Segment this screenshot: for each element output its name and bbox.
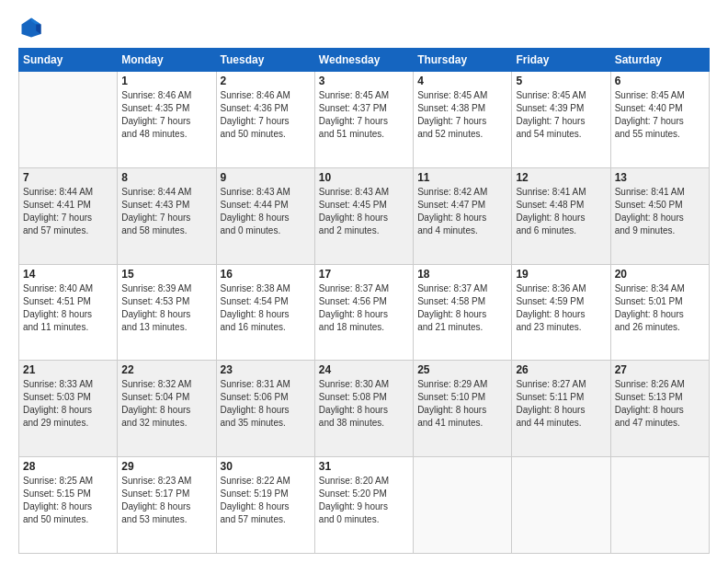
day-info: Sunrise: 8:37 AM Sunset: 4:58 PM Dayligh… xyxy=(417,282,507,334)
day-number: 7 xyxy=(23,171,113,184)
day-info: Sunrise: 8:46 AM Sunset: 4:36 PM Dayligh… xyxy=(221,89,311,141)
day-info: Sunrise: 8:26 AM Sunset: 5:13 PM Dayligh… xyxy=(615,378,705,430)
calendar-cell: 18Sunrise: 8:37 AM Sunset: 4:58 PM Dayli… xyxy=(414,264,512,361)
weekday-header-row: SundayMondayTuesdayWednesdayThursdayFrid… xyxy=(19,49,710,72)
calendar-cell: 2Sunrise: 8:46 AM Sunset: 4:36 PM Daylig… xyxy=(216,72,314,168)
calendar-cell xyxy=(414,457,512,554)
calendar-cell: 31Sunrise: 8:20 AM Sunset: 5:20 PM Dayli… xyxy=(314,457,413,554)
calendar-cell: 19Sunrise: 8:36 AM Sunset: 4:59 PM Dayli… xyxy=(512,264,610,361)
calendar-cell: 11Sunrise: 8:42 AM Sunset: 4:47 PM Dayli… xyxy=(414,167,512,264)
day-number: 13 xyxy=(615,171,705,184)
day-number: 18 xyxy=(417,268,507,281)
weekday-thursday: Thursday xyxy=(414,49,512,72)
calendar-week-row: 7Sunrise: 8:44 AM Sunset: 4:41 PM Daylig… xyxy=(19,167,710,264)
day-info: Sunrise: 8:23 AM Sunset: 5:17 PM Dayligh… xyxy=(121,475,211,526)
calendar-cell: 12Sunrise: 8:41 AM Sunset: 4:48 PM Dayli… xyxy=(512,167,610,264)
calendar-cell: 14Sunrise: 8:40 AM Sunset: 4:51 PM Dayli… xyxy=(19,264,118,361)
calendar-cell: 7Sunrise: 8:44 AM Sunset: 4:41 PM Daylig… xyxy=(19,167,118,264)
weekday-tuesday: Tuesday xyxy=(216,49,314,72)
calendar-cell: 28Sunrise: 8:25 AM Sunset: 5:15 PM Dayli… xyxy=(19,457,118,554)
day-number: 10 xyxy=(319,171,409,184)
day-number: 9 xyxy=(221,171,311,184)
day-info: Sunrise: 8:22 AM Sunset: 5:19 PM Dayligh… xyxy=(221,475,311,526)
day-info: Sunrise: 8:37 AM Sunset: 4:56 PM Dayligh… xyxy=(319,282,409,334)
page: SundayMondayTuesdayWednesdayThursdayFrid… xyxy=(0,0,728,563)
day-info: Sunrise: 8:27 AM Sunset: 5:11 PM Dayligh… xyxy=(516,378,606,430)
day-number: 12 xyxy=(516,171,606,184)
day-info: Sunrise: 8:41 AM Sunset: 4:50 PM Dayligh… xyxy=(615,186,705,237)
day-info: Sunrise: 8:30 AM Sunset: 5:08 PM Dayligh… xyxy=(319,378,409,430)
calendar-week-row: 1Sunrise: 8:46 AM Sunset: 4:35 PM Daylig… xyxy=(19,72,710,168)
day-info: Sunrise: 8:45 AM Sunset: 4:39 PM Dayligh… xyxy=(516,89,606,141)
day-info: Sunrise: 8:36 AM Sunset: 4:59 PM Dayligh… xyxy=(516,282,606,334)
day-info: Sunrise: 8:42 AM Sunset: 4:47 PM Dayligh… xyxy=(417,186,507,237)
calendar-cell: 1Sunrise: 8:46 AM Sunset: 4:35 PM Daylig… xyxy=(118,72,216,168)
weekday-sunday: Sunday xyxy=(19,49,118,72)
day-number: 16 xyxy=(221,268,311,281)
day-info: Sunrise: 8:40 AM Sunset: 4:51 PM Dayligh… xyxy=(23,282,113,334)
day-number: 28 xyxy=(23,460,113,473)
day-number: 31 xyxy=(319,460,409,473)
day-info: Sunrise: 8:45 AM Sunset: 4:38 PM Dayligh… xyxy=(417,89,507,141)
day-info: Sunrise: 8:38 AM Sunset: 4:54 PM Dayligh… xyxy=(221,282,311,334)
day-number: 23 xyxy=(221,363,311,376)
day-number: 22 xyxy=(121,363,211,376)
calendar-cell: 25Sunrise: 8:29 AM Sunset: 5:10 PM Dayli… xyxy=(414,361,512,457)
calendar-cell: 16Sunrise: 8:38 AM Sunset: 4:54 PM Dayli… xyxy=(216,264,314,361)
weekday-monday: Monday xyxy=(118,49,216,72)
calendar-cell: 30Sunrise: 8:22 AM Sunset: 5:19 PM Dayli… xyxy=(216,457,314,554)
calendar-cell xyxy=(512,457,610,554)
weekday-friday: Friday xyxy=(512,49,610,72)
day-info: Sunrise: 8:43 AM Sunset: 4:44 PM Dayligh… xyxy=(221,186,311,237)
day-number: 26 xyxy=(516,363,606,376)
calendar-table: SundayMondayTuesdayWednesdayThursdayFrid… xyxy=(18,48,710,554)
logo-icon xyxy=(18,15,44,40)
calendar-cell: 6Sunrise: 8:45 AM Sunset: 4:40 PM Daylig… xyxy=(610,72,709,168)
day-info: Sunrise: 8:25 AM Sunset: 5:15 PM Dayligh… xyxy=(23,475,113,526)
calendar-cell: 8Sunrise: 8:44 AM Sunset: 4:43 PM Daylig… xyxy=(118,167,216,264)
day-info: Sunrise: 8:44 AM Sunset: 4:43 PM Dayligh… xyxy=(121,186,211,237)
calendar-cell: 26Sunrise: 8:27 AM Sunset: 5:11 PM Dayli… xyxy=(512,361,610,457)
calendar-cell: 29Sunrise: 8:23 AM Sunset: 5:17 PM Dayli… xyxy=(118,457,216,554)
day-number: 4 xyxy=(417,75,507,87)
calendar-cell: 21Sunrise: 8:33 AM Sunset: 5:03 PM Dayli… xyxy=(19,361,118,457)
day-info: Sunrise: 8:20 AM Sunset: 5:20 PM Dayligh… xyxy=(319,475,409,526)
day-info: Sunrise: 8:31 AM Sunset: 5:06 PM Dayligh… xyxy=(221,378,311,430)
calendar-cell: 15Sunrise: 8:39 AM Sunset: 4:53 PM Dayli… xyxy=(118,264,216,361)
calendar-cell: 24Sunrise: 8:30 AM Sunset: 5:08 PM Dayli… xyxy=(314,361,413,457)
calendar-week-row: 21Sunrise: 8:33 AM Sunset: 5:03 PM Dayli… xyxy=(19,361,710,457)
day-number: 3 xyxy=(319,75,409,87)
calendar-cell: 20Sunrise: 8:34 AM Sunset: 5:01 PM Dayli… xyxy=(610,264,709,361)
calendar-cell: 9Sunrise: 8:43 AM Sunset: 4:44 PM Daylig… xyxy=(216,167,314,264)
day-number: 17 xyxy=(319,268,409,281)
day-number: 15 xyxy=(121,268,211,281)
calendar-cell: 4Sunrise: 8:45 AM Sunset: 4:38 PM Daylig… xyxy=(414,72,512,168)
calendar-cell xyxy=(610,457,709,554)
day-info: Sunrise: 8:29 AM Sunset: 5:10 PM Dayligh… xyxy=(417,378,507,430)
day-info: Sunrise: 8:45 AM Sunset: 4:37 PM Dayligh… xyxy=(319,89,409,141)
day-number: 1 xyxy=(121,75,211,87)
calendar-cell: 17Sunrise: 8:37 AM Sunset: 4:56 PM Dayli… xyxy=(314,264,413,361)
header xyxy=(18,15,710,40)
day-number: 25 xyxy=(417,363,507,376)
logo xyxy=(18,15,48,40)
day-number: 21 xyxy=(23,363,113,376)
calendar-cell: 13Sunrise: 8:41 AM Sunset: 4:50 PM Dayli… xyxy=(610,167,709,264)
day-number: 27 xyxy=(615,363,705,376)
day-info: Sunrise: 8:33 AM Sunset: 5:03 PM Dayligh… xyxy=(23,378,113,430)
day-number: 29 xyxy=(121,460,211,473)
day-info: Sunrise: 8:46 AM Sunset: 4:35 PM Dayligh… xyxy=(121,89,211,141)
calendar-cell: 22Sunrise: 8:32 AM Sunset: 5:04 PM Dayli… xyxy=(118,361,216,457)
day-info: Sunrise: 8:45 AM Sunset: 4:40 PM Dayligh… xyxy=(615,89,705,141)
day-number: 19 xyxy=(516,268,606,281)
day-number: 6 xyxy=(615,75,705,87)
day-info: Sunrise: 8:39 AM Sunset: 4:53 PM Dayligh… xyxy=(121,282,211,334)
calendar-cell: 3Sunrise: 8:45 AM Sunset: 4:37 PM Daylig… xyxy=(314,72,413,168)
calendar-cell xyxy=(19,72,118,168)
day-number: 5 xyxy=(516,75,606,87)
day-info: Sunrise: 8:44 AM Sunset: 4:41 PM Dayligh… xyxy=(23,186,113,237)
calendar-cell: 10Sunrise: 8:43 AM Sunset: 4:45 PM Dayli… xyxy=(314,167,413,264)
calendar-cell: 23Sunrise: 8:31 AM Sunset: 5:06 PM Dayli… xyxy=(216,361,314,457)
day-info: Sunrise: 8:43 AM Sunset: 4:45 PM Dayligh… xyxy=(319,186,409,237)
day-number: 24 xyxy=(319,363,409,376)
